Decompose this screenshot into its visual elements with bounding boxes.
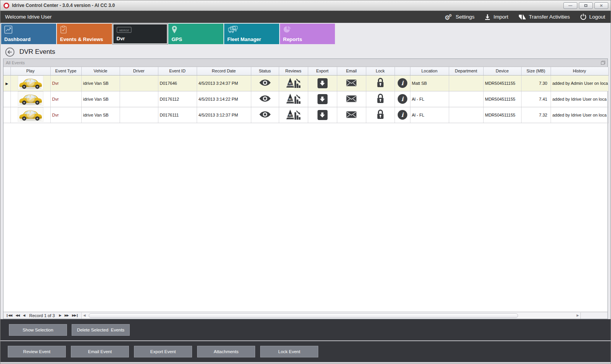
email-envelope-icon[interactable] [346,114,357,119]
top-action-settings[interactable]: ⚙⚙Settings [444,13,475,21]
play-cell[interactable] [10,107,50,123]
info-icon[interactable]: i [398,78,407,88]
history-cell: added by Idrive User on loca [551,107,608,123]
gears-icon: ⚙⚙ [444,13,453,21]
scroll-right-icon[interactable]: ▶ [575,314,580,317]
info-cell[interactable]: i [395,107,410,123]
reviews-cell[interactable]: NOSCORE [279,91,308,107]
column-header-play[interactable]: Play [10,67,50,75]
scrollbar-track[interactable] [87,313,575,318]
nav-tile-events-reviews[interactable]: Events & Reviews [57,24,112,44]
info-icon[interactable]: i [398,94,407,104]
prev-record-icon[interactable]: ◀ [23,314,25,317]
event-row[interactable]: Dvridrive Van SBD01761114/5/2013 3:12:37… [3,107,608,123]
email-cell[interactable] [337,91,366,107]
status-cell[interactable] [251,75,279,91]
export-icon[interactable] [318,94,328,104]
column-header-record-date[interactable]: Record Date [197,67,251,75]
nav-tile-dashboard[interactable]: Dashboard [1,24,56,44]
lock-padlock-icon[interactable] [376,100,384,105]
info-cell[interactable]: i [395,91,410,107]
column-header-history[interactable]: History [551,67,608,75]
column-header-reviews[interactable]: Reviews [279,67,308,75]
lock-cell[interactable] [366,107,395,123]
email-event-button[interactable]: Email Event [71,346,129,357]
next-record-icon[interactable]: ▶ [59,314,61,317]
status-eye-icon[interactable] [259,114,271,119]
column-header-driver[interactable]: Driver [120,67,158,75]
event-id-cell: D0176112 [158,91,197,107]
attachments-button[interactable]: Attachments [197,346,255,357]
maximize-button[interactable] [579,2,593,9]
minimize-button[interactable]: — [563,2,577,9]
nav-tile-dvr[interactable]: MERGEDvr [113,24,168,44]
export-cell[interactable] [308,91,337,107]
play-cell[interactable] [10,91,50,107]
restore-window-icon[interactable] [601,61,605,65]
top-action-logout[interactable]: Logout [580,14,605,20]
column-header-location[interactable]: Location [410,67,449,75]
column-header-department[interactable]: Department [449,67,483,75]
play-cell[interactable] [10,75,50,91]
export-cell[interactable] [308,75,337,91]
no-score-reviews-icon[interactable]: NOSCORE [286,117,301,121]
lock-event-button[interactable]: Lock Event [260,346,318,357]
no-score-reviews-icon[interactable]: NOSCORE [286,101,301,105]
delete-selected-events-button[interactable]: Delete Selected Events [72,324,130,336]
reviews-cell[interactable]: NOSCORE [279,107,308,123]
top-action-transfer-activities[interactable]: Transfer Activities [518,14,570,21]
column-header-email[interactable]: Email [337,67,366,75]
nav-tile-fleet-manager[interactable]: Fleet Manager [224,24,279,44]
prev-page-icon[interactable]: ◀◀ [15,314,19,317]
last-record-icon[interactable]: ▶▶❙ [72,314,78,317]
review-event-button[interactable]: Review Event [8,346,66,357]
export-cell[interactable] [308,107,337,123]
column-header-blank[interactable] [395,67,410,75]
scrollbar-thumb[interactable] [89,313,518,318]
nav-tile-gps[interactable]: GPS [168,24,223,44]
email-cell[interactable] [337,75,366,91]
nav-tile-reports[interactable]: Reports [280,24,335,44]
column-header-event-id[interactable]: Event ID [158,67,197,75]
lock-cell[interactable] [366,91,395,107]
column-header-blank[interactable] [3,67,10,75]
email-cell[interactable] [337,107,366,123]
scroll-left-icon[interactable]: ◀ [82,314,87,317]
email-envelope-icon[interactable] [346,82,357,87]
no-score-reviews-icon[interactable]: NOSCORE [286,85,301,89]
play-thumbnail[interactable] [18,76,43,90]
status-cell[interactable] [251,107,279,123]
column-header-status[interactable]: Status [251,67,279,75]
first-record-icon[interactable]: ❙◀◀ [6,314,12,317]
column-header-export[interactable]: Export [308,67,337,75]
back-button[interactable] [5,47,15,57]
export-icon[interactable] [318,110,328,120]
scrollbar-corner [580,312,608,319]
status-eye-icon[interactable] [259,82,271,87]
play-thumbnail[interactable] [18,91,43,106]
lock-padlock-icon[interactable] [376,116,384,120]
export-event-button[interactable]: Export Event [134,346,192,357]
column-header-size-mb-[interactable]: Size (MB) [521,67,551,75]
event-row[interactable]: Dvridrive Van SBD01761124/5/2013 3:14:22… [3,91,608,107]
top-action-import[interactable]: Import [484,14,508,20]
column-header-event-type[interactable]: Event Type [50,67,81,75]
column-header-device[interactable]: Device [483,67,521,75]
status-cell[interactable] [251,91,279,107]
column-header-vehicle[interactable]: Vehicle [81,67,120,75]
event-row[interactable]: ▶Dvridrive Van SBD0176464/5/2013 3:24:37… [3,75,608,91]
status-eye-icon[interactable] [259,98,271,103]
info-icon[interactable]: i [398,110,407,120]
next-page-icon[interactable]: ▶▶ [65,314,69,317]
horizontal-scrollbar[interactable]: ◀ ▶ [81,312,580,319]
lock-padlock-icon[interactable] [376,84,384,89]
reviews-cell[interactable]: NOSCORE [279,75,308,91]
export-icon[interactable] [318,78,328,88]
info-cell[interactable]: i [395,75,410,91]
close-button[interactable]: ✕ [594,2,608,9]
column-header-lock[interactable]: Lock [366,67,395,75]
show-selection-button[interactable]: Show Selection [9,324,67,336]
play-thumbnail[interactable] [18,107,43,122]
lock-cell[interactable] [366,75,395,91]
email-envelope-icon[interactable] [346,98,357,103]
